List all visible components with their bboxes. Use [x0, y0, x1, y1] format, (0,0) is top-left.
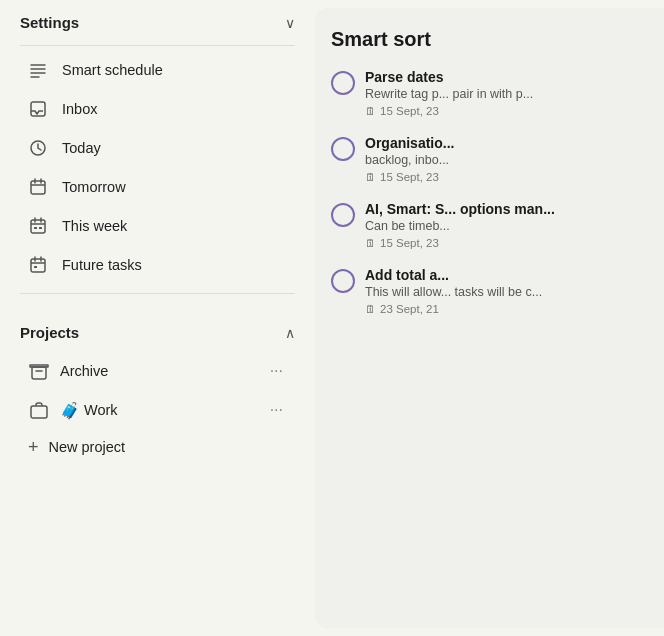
- future-tasks-icon: [28, 255, 48, 275]
- work-folder-icon: [28, 399, 50, 421]
- task-checkbox[interactable]: [331, 137, 355, 161]
- task-date-value: 23 Sept, 21: [380, 303, 439, 315]
- svg-rect-15: [39, 227, 42, 229]
- svg-rect-10: [31, 220, 45, 233]
- this-week-icon: [28, 216, 48, 236]
- task-calendar-icon: 🗓: [365, 105, 376, 117]
- sidebar-item-this-week-label: This week: [62, 218, 127, 234]
- task-calendar-icon: 🗓: [365, 171, 376, 183]
- svg-rect-22: [31, 406, 47, 418]
- task-date-value: 15 Sept, 23: [380, 237, 439, 249]
- task-content: Organisatio... backlog, inbo... 🗓 15 Sep…: [365, 135, 648, 183]
- projects-divider: [20, 293, 295, 294]
- plus-icon: +: [28, 438, 39, 456]
- settings-header[interactable]: Settings ∨: [0, 0, 315, 41]
- task-checkbox[interactable]: [331, 203, 355, 227]
- task-date: 🗓 23 Sept, 21: [365, 303, 648, 315]
- sidebar: Settings ∨ Smart schedule: [0, 0, 315, 636]
- task-subtitle: backlog, inbo...: [365, 153, 648, 167]
- sidebar-item-tomorrow-label: Tomorrow: [62, 179, 126, 195]
- project-item-archive[interactable]: Archive ···: [8, 352, 307, 390]
- task-subtitle: This will allow... tasks will be c...: [365, 285, 648, 299]
- projects-title: Projects: [20, 324, 79, 341]
- task-content: Add total a... This will allow... tasks …: [365, 267, 648, 315]
- task-calendar-icon: 🗓: [365, 303, 376, 315]
- project-item-work[interactable]: 🧳 Work ···: [8, 391, 307, 429]
- task-date-value: 15 Sept, 23: [380, 105, 439, 117]
- svg-rect-4: [31, 102, 45, 116]
- archive-folder-icon: [28, 360, 50, 382]
- task-title: Parse dates: [365, 69, 648, 85]
- projects-chevron-icon: ∧: [285, 325, 295, 341]
- task-title: Organisatio...: [365, 135, 648, 151]
- task-content: Parse dates Rewrite tag p... pair in wit…: [365, 69, 648, 117]
- sidebar-item-today[interactable]: Today: [8, 129, 307, 167]
- task-date: 🗓 15 Sept, 23: [365, 171, 648, 183]
- sidebar-item-this-week[interactable]: This week: [8, 207, 307, 245]
- svg-rect-6: [31, 181, 45, 194]
- work-emoji: 🧳: [60, 401, 80, 420]
- task-item: Parse dates Rewrite tag p... pair in wit…: [331, 69, 648, 117]
- smart-schedule-icon: [28, 60, 48, 80]
- task-title: AI, Smart: S... options man...: [365, 201, 648, 217]
- settings-title: Settings: [20, 14, 79, 31]
- task-item: Add total a... This will allow... tasks …: [331, 267, 648, 315]
- task-date: 🗓 15 Sept, 23: [365, 105, 648, 117]
- task-subtitle: Can be timeb...: [365, 219, 648, 233]
- task-checkbox[interactable]: [331, 269, 355, 293]
- today-icon: [28, 138, 48, 158]
- task-content: AI, Smart: S... options man... Can be ti…: [365, 201, 648, 249]
- task-date-value: 15 Sept, 23: [380, 171, 439, 183]
- inbox-icon: [28, 99, 48, 119]
- task-subtitle: Rewrite tag p... pair in with p...: [365, 87, 648, 101]
- project-archive-label: Archive: [60, 363, 266, 379]
- new-project-label: New project: [49, 439, 126, 455]
- smart-sort-title: Smart sort: [331, 28, 648, 51]
- task-title: Add total a...: [365, 267, 648, 283]
- svg-rect-16: [31, 259, 45, 272]
- task-calendar-icon: 🗓: [365, 237, 376, 249]
- sidebar-item-inbox[interactable]: Inbox: [8, 90, 307, 128]
- tomorrow-icon: [28, 177, 48, 197]
- sidebar-item-smart-schedule[interactable]: Smart schedule: [8, 51, 307, 89]
- sidebar-item-tomorrow[interactable]: Tomorrow: [8, 168, 307, 206]
- sidebar-item-today-label: Today: [62, 140, 101, 156]
- projects-section: Projects ∧ Archive ··· 🧳 Wor: [0, 310, 315, 465]
- nav-list: Smart schedule Inbox Today: [0, 50, 315, 285]
- task-item: AI, Smart: S... options man... Can be ti…: [331, 201, 648, 249]
- sidebar-item-future-tasks[interactable]: Future tasks: [8, 246, 307, 284]
- task-item: Organisatio... backlog, inbo... 🗓 15 Sep…: [331, 135, 648, 183]
- svg-rect-14: [34, 227, 37, 229]
- sidebar-item-future-tasks-label: Future tasks: [62, 257, 142, 273]
- task-checkbox[interactable]: [331, 71, 355, 95]
- projects-header[interactable]: Projects ∧: [0, 310, 315, 351]
- sidebar-item-inbox-label: Inbox: [62, 101, 97, 117]
- task-date: 🗓 15 Sept, 23: [365, 237, 648, 249]
- sidebar-item-smart-schedule-label: Smart schedule: [62, 62, 163, 78]
- right-panel: Smart sort Parse dates Rewrite tag p... …: [315, 8, 664, 628]
- new-project-item[interactable]: + New project: [8, 430, 307, 464]
- settings-chevron-icon: ∨: [285, 15, 295, 31]
- settings-divider: [20, 45, 295, 46]
- svg-rect-20: [34, 266, 37, 268]
- project-archive-more-icon[interactable]: ···: [266, 360, 287, 382]
- project-work-more-icon[interactable]: ···: [266, 399, 287, 421]
- project-work-label: Work: [84, 402, 266, 418]
